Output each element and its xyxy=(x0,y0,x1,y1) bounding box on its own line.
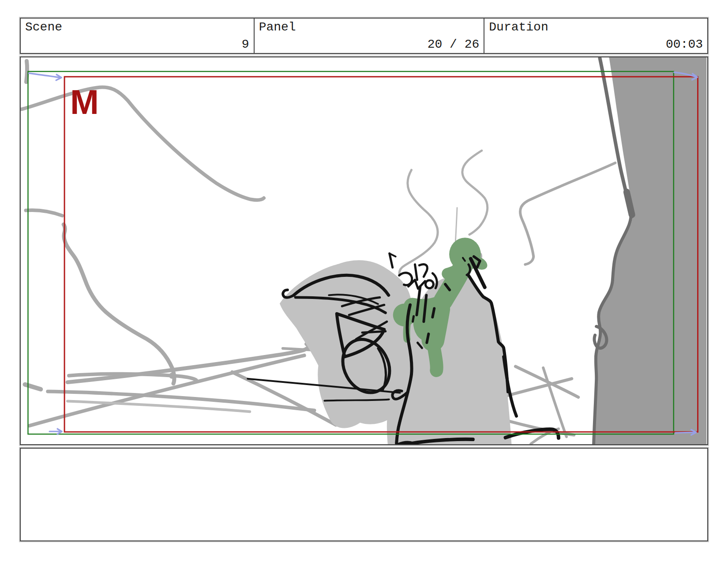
wall-curve-stroke xyxy=(520,163,615,264)
slime-drip-tip xyxy=(431,367,441,377)
panel-metadata-header: Scene 9 Panel 20 / 26 Duration 00:03 xyxy=(20,18,708,54)
slime-drip-long xyxy=(433,344,436,370)
notes-box xyxy=(20,448,708,541)
camera-arrow-top-left xyxy=(29,73,60,78)
storyboard-panel-canvas: M xyxy=(20,57,708,445)
scene-value: 9 xyxy=(242,38,249,52)
smoke-wisp xyxy=(462,151,488,234)
panel-value: 20 / 26 xyxy=(428,38,480,52)
slime-ink-detail xyxy=(427,334,428,343)
scene-label: Scene xyxy=(25,21,62,34)
slime-bridge xyxy=(447,264,466,274)
bottom-stroke xyxy=(398,443,413,444)
floor-knot xyxy=(169,373,175,379)
scene-cell: Scene 9 xyxy=(21,19,254,53)
slime-ink-detail xyxy=(432,308,434,317)
thin-ground-line xyxy=(324,399,389,401)
duration-cell: Duration 00:03 xyxy=(484,19,707,53)
camera-arrow-bottom-right xyxy=(675,432,695,433)
background-sketch-strokes xyxy=(22,61,615,444)
ridge-line xyxy=(22,87,264,200)
left-short-stroke xyxy=(26,210,63,215)
panel-label: Panel xyxy=(259,21,296,34)
wall-shape xyxy=(593,57,707,444)
slime-ink-detail xyxy=(413,316,413,321)
floor-dash xyxy=(25,385,41,389)
storyboard-artwork xyxy=(21,57,707,444)
left-wavy-stroke xyxy=(64,224,174,383)
right-floor-diagonal xyxy=(543,368,567,437)
duration-label: Duration xyxy=(489,21,548,34)
body-scribble xyxy=(419,264,427,277)
panel-cell: Panel 20 / 26 xyxy=(254,19,484,53)
marker-letter: M xyxy=(70,85,98,119)
body-circle xyxy=(425,280,433,288)
body-scribble xyxy=(415,264,417,280)
duration-value: 00:03 xyxy=(666,38,703,52)
corner-tick-stroke xyxy=(26,61,27,82)
smoke-wisp xyxy=(399,170,438,275)
storyboard-sheet: { "header": { "scene": { "label": "Scene… xyxy=(0,0,728,563)
